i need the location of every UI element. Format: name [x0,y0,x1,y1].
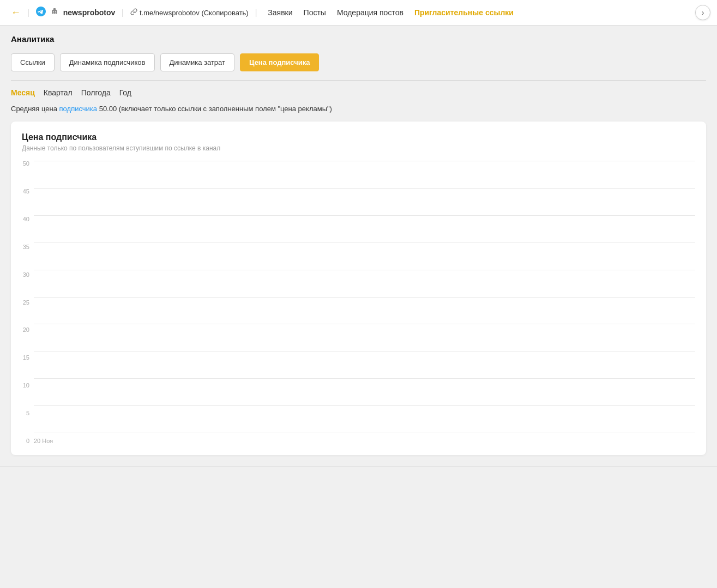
period-month[interactable]: Месяц [11,88,35,97]
nav-divider-2: | [122,8,124,17]
link-icon [130,8,137,17]
grid-line-20 [34,324,695,324]
y-label-30: 30 [23,272,29,278]
y-label-5: 5 [26,410,29,416]
x-label-nov20: 20 Ноя [34,438,53,444]
avg-price-text: Средняя цена подписчика 50.00 (включает … [0,101,717,122]
y-label-40: 40 [23,216,29,222]
y-label-35: 35 [23,244,29,250]
channel-name: newsprobotov [63,8,116,17]
grid-line-40 [34,215,695,216]
grid-line-35 [34,243,695,243]
grid-line-5 [34,405,695,406]
svg-rect-5 [55,13,56,14]
chart-area: 0 5 10 15 20 25 30 35 40 45 50 [16,161,695,444]
nav-divider: | [27,8,29,17]
grid-line-50 [34,161,695,161]
top-nav: ← | newsprobotov | t.me/newsprobotov (Ск… [0,0,717,26]
back-icon[interactable]: ← [11,7,21,19]
section-title: Аналитика [0,26,717,49]
y-label-25: 25 [23,300,29,306]
tab-subscriber-price[interactable]: Цена подписчика [240,53,319,71]
link-copy-text: t.me/newsprobotov (Скопировать) [140,9,249,17]
tab-links[interactable]: Ссылки [11,53,55,71]
bottom-divider [0,466,717,466]
nav-arrow-right[interactable]: › [695,5,710,20]
svg-point-2 [53,11,54,13]
y-label-20: 20 [23,327,29,333]
grid-line-30 [34,270,695,270]
period-year[interactable]: Год [119,88,131,97]
nav-item-zayavki[interactable]: Заявки [268,8,292,17]
nav-item-priglasitelnye[interactable]: Пригласительные ссылки [414,8,514,17]
y-label-10: 10 [23,383,29,389]
tab-costs-dynamics[interactable]: Динамика затрат [160,53,234,71]
svg-rect-0 [52,10,57,14]
nav-item-moderaciya[interactable]: Модерация постов [337,8,403,17]
chart-inner: 20 Ноя [34,161,695,444]
nav-item-posty[interactable]: Посты [304,8,326,17]
grid-lines [34,161,695,433]
period-quarter[interactable]: Квартал [44,88,73,97]
nav-divider-3: | [255,8,257,17]
nav-link-copy[interactable]: t.me/newsprobotov (Скопировать) [130,8,249,17]
period-row: Месяц Квартал Полгода Год [0,81,717,101]
tab-subscribers-dynamics[interactable]: Динамика подписчиков [60,53,155,71]
page-wrapper: ← | newsprobotov | t.me/newsprobotov (Ск… [0,0,717,588]
y-axis: 0 5 10 15 20 25 30 35 40 45 50 [16,161,34,444]
y-label-45: 45 [23,189,29,195]
avg-price-highlight: подписчика [59,105,97,113]
svg-point-3 [55,11,56,13]
grid-line-10 [34,378,695,379]
x-axis: 20 Ноя [34,433,695,444]
chart-title: Цена подписчика [16,132,695,142]
svg-rect-4 [53,13,54,14]
tabs-row: Ссылки Динамика подписчиков Динамика зат… [0,49,717,80]
nav-menu-items: Заявки Посты Модерация постов Пригласите… [268,8,514,17]
chart-card: Цена подписчика Данные только по пользов… [11,122,706,455]
svg-rect-1 [53,8,56,10]
avg-price-before: Средняя цена [11,105,59,113]
grid-line-25 [34,297,695,298]
y-label-0: 0 [26,438,29,444]
y-label-50: 50 [23,161,29,167]
period-halfyear[interactable]: Полгода [81,88,111,97]
avg-price-after: 50.00 (включает только ссылки с заполнен… [97,105,332,113]
grid-line-15 [34,351,695,351]
telegram-icon [36,7,46,19]
chart-subtitle: Данные только по пользователям вступивши… [16,144,695,152]
bot-icon [50,7,59,18]
grid-line-45 [34,188,695,189]
y-label-15: 15 [23,355,29,361]
